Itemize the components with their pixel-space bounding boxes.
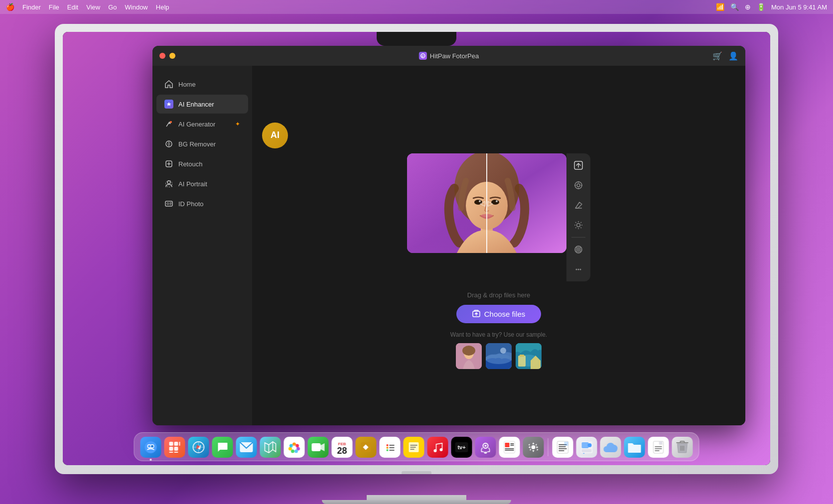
title-bar-title: P HitPaw FotorPea xyxy=(419,52,479,60)
dock-item-messages[interactable] xyxy=(212,437,233,458)
svg-point-4 xyxy=(168,143,170,145)
minimize-button[interactable] xyxy=(169,53,175,59)
svg-point-31 xyxy=(577,184,580,187)
choose-files-button[interactable]: Choose files xyxy=(456,305,542,323)
dock-item-tvplus[interactable]: tv+ xyxy=(451,437,472,458)
menu-view[interactable]: View xyxy=(86,3,100,11)
apple-menu[interactable]: 🍎 xyxy=(6,3,14,11)
sample-thumb-2[interactable] xyxy=(486,343,512,369)
dock-item-news[interactable] xyxy=(499,437,520,458)
menu-go[interactable]: Go xyxy=(108,3,117,11)
svg-rect-78 xyxy=(169,452,173,453)
camera-notch xyxy=(377,32,456,46)
dock-item-keka[interactable] xyxy=(356,437,377,458)
svg-point-71 xyxy=(148,445,150,448)
dock-item-finder[interactable] xyxy=(140,437,161,458)
bg-remover-icon xyxy=(164,139,173,148)
main-content-area: AI xyxy=(252,66,745,425)
sidebar-item-home[interactable]: Home xyxy=(156,75,248,94)
upload-toolbar-btn[interactable] xyxy=(569,156,587,174)
svg-rect-67 xyxy=(520,355,524,357)
preview-container: ◁ ▷ xyxy=(407,153,590,281)
battery-icon: 🔋 xyxy=(757,3,765,11)
search-icon[interactable]: 🔍 xyxy=(730,3,739,11)
sample-text: Want to have a try? Use our sample. xyxy=(399,331,598,338)
svg-rect-76 xyxy=(169,447,173,451)
svg-rect-66 xyxy=(518,356,526,367)
svg-rect-129 xyxy=(582,449,592,452)
dock-item-podcasts[interactable] xyxy=(475,437,496,458)
more-toolbar-btn[interactable] xyxy=(569,260,587,278)
toolbar-separator xyxy=(571,237,585,238)
image-preview: ◁ ▷ xyxy=(407,153,566,253)
dock-item-textedit[interactable] xyxy=(553,437,573,458)
dock-item-facetime[interactable] xyxy=(308,437,329,458)
screen-bezel: P HitPaw FotorPea 🛒 👤 xyxy=(63,32,770,465)
menu-window[interactable]: Window xyxy=(125,3,148,11)
close-button[interactable] xyxy=(159,53,165,59)
svg-rect-79 xyxy=(174,452,178,453)
title-bar: P HitPaw FotorPea 🛒 👤 xyxy=(152,46,745,66)
svg-point-113 xyxy=(485,445,487,447)
svg-point-108 xyxy=(434,449,437,452)
cart-icon[interactable]: 🛒 xyxy=(712,51,722,61)
svg-line-43 xyxy=(581,227,582,228)
ai-generator-icon xyxy=(164,120,173,128)
dock-item-mail[interactable] xyxy=(236,437,257,458)
eraser-toolbar-btn[interactable] xyxy=(569,196,587,214)
dock-item-music[interactable] xyxy=(427,437,448,458)
ai-enhancer-icon xyxy=(164,100,173,109)
sidebar-item-retouch[interactable]: Retouch xyxy=(156,154,248,173)
svg-line-42 xyxy=(575,222,576,223)
choose-files-icon xyxy=(472,310,480,318)
settings-toolbar-btn[interactable] xyxy=(569,176,587,194)
crosshatch-toolbar-btn[interactable] xyxy=(569,241,587,258)
svg-rect-73 xyxy=(169,442,173,446)
svg-rect-95 xyxy=(312,443,321,451)
menu-file[interactable]: File xyxy=(49,3,59,11)
menu-finder[interactable]: Finder xyxy=(22,3,41,11)
sidebar-item-ai-enhancer[interactable]: AI Enhancer xyxy=(156,95,248,114)
svg-rect-74 xyxy=(174,442,178,446)
svg-point-94 xyxy=(292,445,297,450)
sidebar-item-ai-portrait[interactable]: AI Portrait xyxy=(156,174,248,193)
sidebar-item-id-photo[interactable]: ID Photo xyxy=(156,194,248,213)
dock-item-maps[interactable] xyxy=(260,437,281,458)
dock-item-trash[interactable] xyxy=(672,437,693,458)
app-title: HitPaw FotorPea xyxy=(430,52,479,60)
brightness-toolbar-btn[interactable] xyxy=(569,216,587,234)
svg-point-92 xyxy=(288,447,292,451)
retouch-icon xyxy=(164,159,173,168)
svg-point-109 xyxy=(440,448,443,451)
dock-item-safari[interactable] xyxy=(188,437,209,458)
svg-text:◁: ◁ xyxy=(480,199,485,207)
menu-help[interactable]: Help xyxy=(156,3,169,11)
dock-item-photos[interactable] xyxy=(284,437,305,458)
dock-item-docmanager[interactable] xyxy=(648,437,669,458)
dock-item-sysprefs[interactable] xyxy=(523,437,544,458)
user-icon[interactable]: 👤 xyxy=(728,51,738,61)
svg-point-72 xyxy=(151,445,153,448)
sample-thumb-3[interactable] xyxy=(516,343,542,369)
svg-rect-77 xyxy=(174,447,178,451)
dock-item-preview[interactable] xyxy=(576,437,597,458)
dock-item-calendar[interactable]: FEB 28 xyxy=(332,437,353,458)
svg-point-98 xyxy=(387,444,389,446)
sidebar-item-bg-remover[interactable]: BG Remover xyxy=(156,134,248,153)
sidebar-item-ai-generator[interactable]: AI Generator ✦ xyxy=(156,115,248,133)
svg-point-30 xyxy=(575,182,582,189)
app-window: P HitPaw FotorPea 🛒 👤 xyxy=(152,46,745,425)
spark-badge: ✦ xyxy=(235,121,240,127)
dock-item-notes[interactable] xyxy=(404,437,424,458)
dock-item-launchpad[interactable] xyxy=(164,437,185,458)
dock-item-icloud[interactable] xyxy=(600,437,621,458)
menu-edit[interactable]: Edit xyxy=(67,3,78,11)
sample-thumb-1[interactable] xyxy=(456,343,482,369)
dock-item-reminders[interactable] xyxy=(380,437,401,458)
svg-point-63 xyxy=(500,348,506,354)
svg-rect-75 xyxy=(179,442,180,446)
home-icon xyxy=(164,80,173,89)
svg-text:P: P xyxy=(422,55,424,58)
dock-item-folder[interactable] xyxy=(624,437,645,458)
svg-rect-115 xyxy=(505,443,510,447)
